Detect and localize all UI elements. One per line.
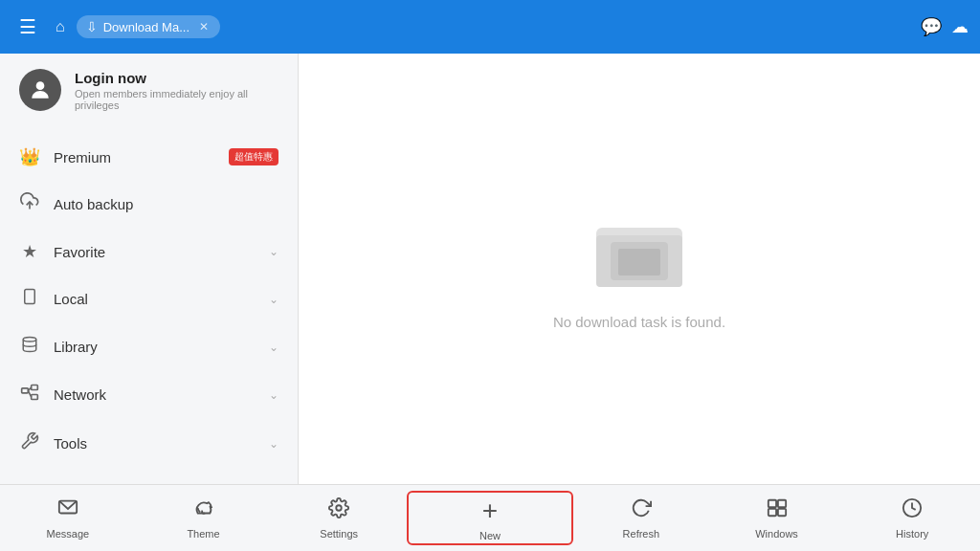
svg-rect-18 [768, 508, 775, 515]
svg-point-4 [23, 338, 36, 342]
svg-rect-17 [777, 499, 785, 506]
tab-label: Download Ma... [103, 20, 189, 34]
sidebar-label-network: Network [54, 386, 256, 403]
sidebar-label-library: Library [54, 339, 256, 355]
toolbar-new[interactable]: + New [407, 491, 573, 545]
svg-rect-7 [32, 395, 38, 400]
refresh-label: Refresh [623, 528, 660, 540]
library-icon [19, 336, 40, 358]
sidebar-label-premium: Premium [54, 149, 210, 165]
sidebar-item-premium[interactable]: 👑 Premium 超值特惠 [0, 134, 298, 180]
download-arrow-icon: ⇩ [86, 19, 98, 34]
cloud-backup-icon [19, 192, 40, 216]
toolbar-settings[interactable]: Settings [271, 485, 407, 551]
sidebar-label-local: Local [54, 291, 256, 307]
sidebar-item-favorite[interactable]: ★ Favorite ⌄ [0, 229, 298, 275]
sidebar-header: Login now Open members immediately enjoy… [0, 54, 298, 126]
login-label[interactable]: Login now [75, 70, 278, 86]
sidebar-item-auto-backup[interactable]: Auto backup [0, 180, 298, 229]
chevron-library-icon: ⌄ [269, 341, 278, 354]
chevron-network-icon: ⌄ [269, 388, 278, 402]
active-tab[interactable]: ⇩ Download Ma... ✕ [77, 15, 220, 38]
phone-icon [19, 287, 40, 311]
svg-point-15 [336, 505, 342, 511]
chevron-tools-icon: ⌄ [269, 437, 278, 451]
empty-state-text: No download task is found. [553, 314, 725, 330]
settings-icon [328, 497, 349, 524]
empty-state: No download task is found. [553, 209, 725, 330]
toolbar-theme[interactable]: Theme [136, 485, 272, 551]
login-sub: Open members immediately enjoy all privi… [75, 88, 278, 111]
top-bar-actions: 💬 ☁ [921, 16, 969, 37]
windows-label: Windows [755, 528, 798, 540]
avatar [19, 69, 61, 111]
svg-rect-19 [777, 508, 785, 515]
svg-rect-16 [768, 499, 775, 506]
chevron-local-icon: ⌄ [269, 293, 278, 306]
message-label: Message [47, 528, 90, 540]
new-plus-icon: + [482, 496, 498, 526]
sidebar-item-library[interactable]: Library ⌄ [0, 323, 298, 370]
history-label: History [896, 528, 928, 540]
tab-close-icon[interactable]: ✕ [199, 20, 209, 33]
theme-icon [193, 497, 214, 524]
refresh-icon [631, 497, 652, 524]
chevron-favorite-icon: ⌄ [269, 245, 278, 258]
bottom-toolbar: Message Theme Settings + New [0, 484, 980, 551]
windows-icon [767, 497, 788, 524]
chat-icon[interactable]: 💬 [921, 16, 942, 37]
toolbar-message[interactable]: Message [0, 485, 136, 551]
toolbar-windows[interactable]: Windows [709, 485, 845, 551]
svg-point-0 [36, 81, 45, 90]
theme-label: Theme [187, 528, 219, 540]
star-icon: ★ [19, 241, 40, 262]
toolbar-history[interactable]: History [844, 485, 980, 551]
svg-rect-5 [22, 388, 29, 393]
sidebar-item-tools[interactable]: Tools ⌄ [0, 419, 298, 468]
crown-icon: 👑 [19, 146, 40, 167]
svg-rect-2 [25, 290, 35, 304]
cloud-icon[interactable]: ☁ [951, 16, 969, 37]
sidebar-item-network[interactable]: Network ⌄ [0, 370, 298, 419]
premium-badge: 超值特惠 [229, 148, 278, 165]
message-icon [56, 497, 79, 524]
svg-line-8 [28, 387, 31, 390]
content-area: No download task is found. [299, 54, 980, 484]
sidebar-label-favorite: Favorite [54, 244, 256, 260]
settings-label: Settings [320, 528, 358, 540]
svg-line-9 [28, 390, 31, 397]
top-bar: ☰ ⌂ ⇩ Download Ma... ✕ 💬 ☁ [0, 0, 980, 54]
network-icon [19, 383, 40, 407]
toolbar-refresh[interactable]: Refresh [573, 485, 709, 551]
main-container: Login now Open members immediately enjoy… [0, 54, 980, 484]
sidebar-label-tools: Tools [54, 435, 256, 452]
user-info: Login now Open members immediately enjoy… [75, 70, 278, 111]
empty-state-icon [591, 209, 687, 295]
history-icon [902, 497, 923, 524]
sidebar: Login now Open members immediately enjoy… [0, 54, 299, 484]
home-icon[interactable]: ⌂ [52, 14, 69, 39]
sidebar-menu: 👑 Premium 超值特惠 Auto backup ★ Favorit [0, 126, 298, 484]
sidebar-item-local[interactable]: Local ⌄ [0, 275, 298, 323]
svg-rect-6 [32, 386, 38, 390]
tools-icon [19, 431, 40, 455]
hamburger-icon[interactable]: ☰ [11, 11, 44, 42]
sidebar-label-auto-backup: Auto backup [54, 196, 278, 212]
new-label: New [479, 530, 501, 541]
svg-rect-13 [618, 249, 660, 276]
